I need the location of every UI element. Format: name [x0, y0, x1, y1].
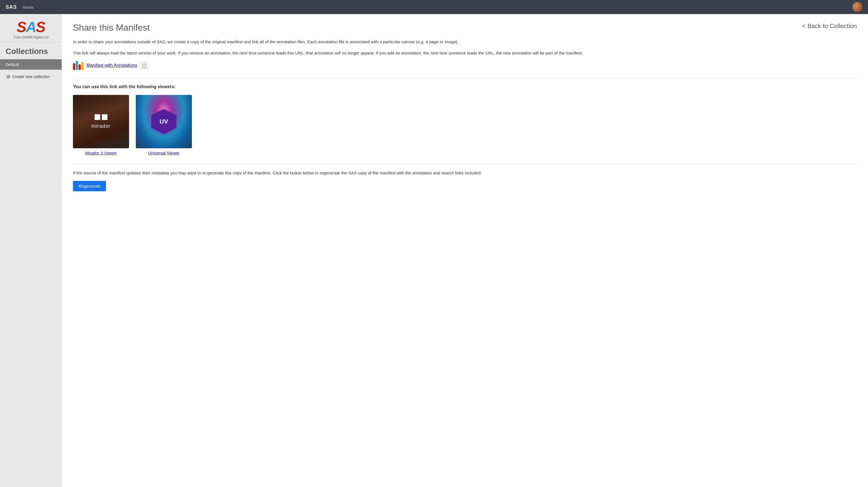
sas-logo-text: SAS — [6, 20, 56, 34]
main-content: Share this Manifest < Back to Collection… — [62, 14, 868, 487]
page-layout: SAS From GDMR Digital Ltd Collections De… — [0, 14, 868, 487]
mirador-viewer-label: Mirador 3 Viewer — [85, 150, 117, 155]
page-title: Share this Manifest — [73, 23, 150, 33]
viewers-grid: mirador Mirador 3 Viewer UV Universal Vi… — [73, 95, 857, 155]
avatar-image — [852, 2, 862, 12]
user-avatar[interactable] — [852, 2, 862, 12]
collections-heading: Collections — [0, 42, 62, 59]
mirador-text: mirador — [91, 123, 111, 129]
mirador-sq-2 — [102, 114, 107, 120]
description-paragraph-1: In order to share your annotations outsi… — [73, 38, 857, 45]
regenerate-button[interactable]: Regenerate — [73, 181, 106, 191]
nav-home-link[interactable]: Home — [23, 5, 34, 9]
sidebar: SAS From GDMR Digital Ltd Collections De… — [0, 14, 62, 487]
iiif-bar-2 — [76, 61, 78, 70]
nav-brand: SAS — [6, 4, 17, 10]
main-header: Share this Manifest < Back to Collection — [73, 23, 857, 33]
manifest-link-row: Manifest with Annotations 📋 — [73, 61, 857, 70]
section-divider — [73, 78, 857, 79]
iiif-bar-1 — [73, 63, 75, 70]
create-collection-button[interactable]: ⊕ Create new collection — [0, 70, 62, 84]
top-navbar: SAS Home — [0, 0, 868, 14]
manifest-with-annotations-link[interactable]: Manifest with Annotations — [86, 63, 137, 68]
sidebar-item-default[interactable]: Default — [0, 59, 62, 70]
viewers-title: You can use this link with the following… — [73, 84, 857, 89]
regen-description: If the source of the manifest updates th… — [73, 170, 857, 176]
universal-viewer-card[interactable]: UV Universal Viewer — [136, 95, 192, 155]
uv-hexagon-icon: UV — [151, 109, 177, 134]
regen-divider — [73, 164, 857, 164]
regenerate-section: If the source of the manifest updates th… — [73, 170, 857, 191]
mirador-viewer-card[interactable]: mirador Mirador 3 Viewer — [73, 95, 129, 155]
uv-thumb-bg: UV — [136, 95, 192, 148]
mirador-thumb-bg: mirador — [73, 95, 129, 148]
iiif-bar-4 — [81, 62, 84, 70]
mirador-icon — [95, 114, 107, 120]
plus-icon: ⊕ — [6, 74, 11, 79]
create-collection-label: Create new collection — [12, 75, 50, 79]
description-paragraph-2: This link will always load the latest ve… — [73, 50, 857, 56]
mirador-thumbnail: mirador — [73, 95, 129, 148]
back-to-collection-link[interactable]: < Back to Collection — [802, 23, 857, 30]
copy-icon: 📋 — [142, 63, 147, 68]
iiif-logo — [73, 61, 84, 70]
uv-viewer-label: Universal Viewer — [148, 150, 180, 155]
uv-thumbnail: UV — [136, 95, 192, 148]
iiif-bar-3 — [79, 64, 81, 70]
sas-sub-label: From GDMR Digital Ltd — [6, 35, 56, 39]
mirador-sq-1 — [95, 114, 100, 120]
sidebar-logo: SAS From GDMR Digital Ltd — [0, 14, 62, 42]
copy-manifest-button[interactable]: 📋 — [140, 61, 148, 69]
